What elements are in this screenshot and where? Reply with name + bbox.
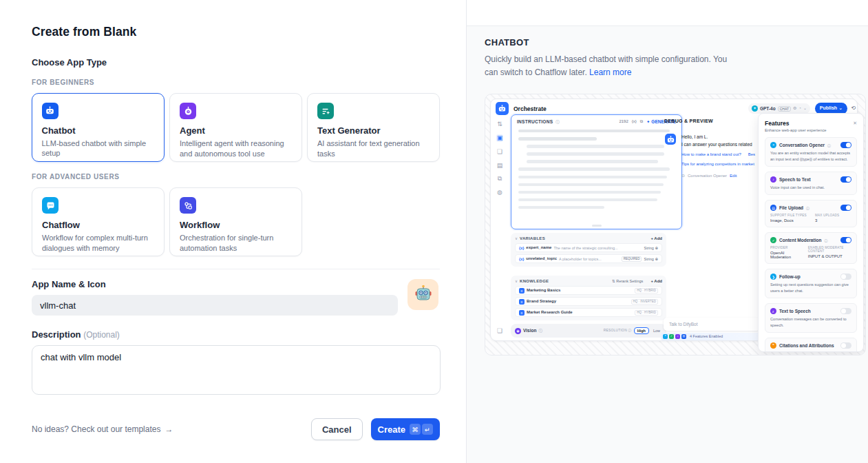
app-type-card-text-generator[interactable]: Text Generator AI assistant for text gen… bbox=[307, 93, 440, 162]
required-badge: REQUIRED bbox=[622, 256, 642, 261]
agent-icon bbox=[180, 103, 196, 119]
app-type-card-workflow[interactable]: Workflow Orchestration for single-turn a… bbox=[169, 187, 302, 256]
card-desc: LLM-based chatbot with simple setup bbox=[42, 138, 155, 159]
text-generator-icon bbox=[317, 103, 334, 119]
variable-row: {x} expert_name The name of the strategi… bbox=[515, 243, 662, 252]
variable-icon: {x} bbox=[632, 119, 637, 124]
vision-icon: ◉ bbox=[515, 328, 521, 334]
dataset-icon: ≡ bbox=[519, 310, 525, 316]
create-form-panel: Create from Blank Choose App Type FOR BE… bbox=[0, 0, 467, 463]
card-title: Chatflow bbox=[42, 220, 154, 230]
app-icon-picker[interactable] bbox=[407, 279, 438, 310]
chevron-down-icon: ⌄ bbox=[803, 106, 807, 111]
conversation-opener-icon: ❝ bbox=[770, 142, 776, 148]
preview-knowledge-section: ∨ KNOWLEDGE ⇅ Rerank Settings + Add ≡ Ma… bbox=[511, 276, 666, 320]
info-title: CHATBOT bbox=[485, 37, 850, 48]
app-name-label: App Name & Icon bbox=[32, 279, 440, 289]
toggle bbox=[840, 205, 851, 211]
knowledge-row: ≡ Market Research Guide HQ · HYBRID bbox=[515, 308, 662, 317]
create-button[interactable]: Create ⌘ ↵ bbox=[371, 418, 440, 440]
templates-link[interactable]: No ideas? Check out our templates → bbox=[32, 424, 173, 434]
toggle bbox=[840, 308, 851, 314]
app-type-card-chatflow[interactable]: Chatflow Workflow for complex multi-turn… bbox=[32, 187, 165, 256]
model-provider-icon: ✦ bbox=[752, 105, 758, 112]
sidebar-doc-icon: ⧉ bbox=[498, 175, 502, 183]
cancel-button[interactable]: Cancel bbox=[311, 418, 363, 440]
chatflow-icon bbox=[42, 197, 59, 214]
card-desc: Orchestration for single-turn automation… bbox=[180, 233, 292, 254]
preview-orchestrate-title: Orchestrate bbox=[514, 105, 547, 112]
rerank-icon: ⇅ bbox=[497, 121, 502, 128]
instructions-skeleton bbox=[511, 127, 681, 216]
feature-card-content-moderation: ✓Content Moderationⓘ PROVIDEROpenAI Mode… bbox=[765, 232, 857, 264]
choose-app-type-label: Choose App Type bbox=[32, 57, 440, 68]
section-divider bbox=[32, 269, 440, 269]
bot-avatar bbox=[665, 134, 676, 145]
info-preview-panel: CHATBOT Quickly build an LLM-based chatb… bbox=[467, 0, 868, 463]
knowledge-row: ≡ Marketing Basics HQ · HYBRID bbox=[515, 286, 662, 295]
card-title: Agent bbox=[180, 125, 292, 136]
learn-more-link[interactable]: Learn more bbox=[589, 68, 631, 77]
top-strip bbox=[467, 0, 868, 26]
info-description: Quickly build an LLM-based chatbot with … bbox=[485, 53, 731, 79]
cmd-key-icon: ⌘ bbox=[410, 424, 421, 435]
preview-variables-section: ∨ VARIABLES + Add {x} expert_name The na… bbox=[511, 233, 666, 267]
toggle bbox=[840, 142, 851, 148]
preview-app-icon bbox=[496, 102, 509, 115]
mic-mini-icon: ♪ bbox=[675, 334, 680, 339]
page-title: Create from Blank bbox=[32, 25, 440, 39]
toggle bbox=[840, 237, 851, 243]
resize-handle bbox=[592, 225, 602, 227]
preview-model-selector: ✦ GPT-4o CHAT ⚙ ◔ ⌄ bbox=[748, 103, 810, 114]
suggestion-link: How to make a brand stand out?Bes bbox=[681, 152, 762, 157]
debug-preview-title: DEBUG & PREVIEW bbox=[664, 119, 713, 124]
arrow-right-icon: → bbox=[165, 424, 173, 434]
app-type-card-chatbot[interactable]: Chatbot LLM-based chatbot with simple se… bbox=[32, 93, 165, 162]
folder-icon: ▤ bbox=[770, 205, 776, 211]
rerank-settings: ⇅ Rerank Settings bbox=[612, 279, 643, 284]
app-type-card-agent[interactable]: Agent Intelligent agent with reasoning a… bbox=[169, 93, 302, 162]
variable-row: {x} unrelated_topic A placeholder for to… bbox=[515, 254, 662, 263]
dataset-icon: ≡ bbox=[519, 288, 525, 294]
resolution-high-chip: High bbox=[634, 327, 649, 335]
description-textarea[interactable]: chat with vllm model bbox=[32, 345, 441, 395]
feature-card-citations: ❞Citations and Attributions Show source … bbox=[765, 338, 857, 352]
feature-card-conversation-opener: ❝Conversation Openerⓘ You are an entity … bbox=[765, 137, 857, 167]
feature-card-text-to-speech: ♬Text to Speech Conversation messages ca… bbox=[765, 303, 857, 333]
group-label-beginners: FOR BEGINNERS bbox=[32, 79, 440, 86]
toggle bbox=[840, 176, 851, 183]
app-name-section: App Name & Icon bbox=[32, 279, 440, 316]
speaker-icon: ♬ bbox=[770, 308, 776, 314]
feature-card-follow-up: ❯Follow-up Setting up next questions sug… bbox=[765, 269, 857, 298]
model-settings-icon: ◔ bbox=[798, 106, 801, 111]
suggestion-link: Tips for analyzing competitors in market bbox=[681, 162, 762, 167]
sidebar-bottom-icon: ❏ bbox=[497, 327, 502, 335]
description-section: Description (Optional) chat with vllm mo… bbox=[32, 329, 440, 398]
knowledge-row: ≡ Brand Strategy HQ · INVERTED bbox=[515, 297, 662, 306]
beginner-cards: Chatbot LLM-based chatbot with simple se… bbox=[32, 93, 440, 162]
enter-key-icon: ↵ bbox=[422, 424, 433, 435]
add-variable-button: + Add bbox=[650, 236, 662, 241]
app-name-input[interactable] bbox=[32, 295, 398, 316]
description-label: Description (Optional) bbox=[32, 329, 440, 340]
history-icon: ⟲ bbox=[851, 105, 856, 112]
sidebar-globe-icon: ◍ bbox=[497, 189, 502, 196]
card-title: Workflow bbox=[180, 220, 292, 230]
resolution-low-chip: Low bbox=[651, 328, 662, 334]
app-type-info: CHATBOT Quickly build an LLM-based chatb… bbox=[467, 26, 868, 79]
group-label-advanced: FOR ADVANCED USERS bbox=[32, 173, 440, 181]
opener-mini-icon: ❝ bbox=[663, 334, 668, 339]
optional-hint: (Optional) bbox=[83, 330, 120, 340]
workflow-icon bbox=[180, 197, 196, 214]
model-temp-icon: ⚙ bbox=[793, 106, 796, 111]
preview-vision-row: ◉ Vision ⓘ RESOLUTION ⓘ High Low bbox=[511, 324, 666, 338]
sidebar-list-icon: ▤ bbox=[497, 162, 503, 169]
moderation-mini-icon: ✓ bbox=[669, 334, 674, 339]
edit-link: Edit bbox=[730, 174, 737, 178]
microphone-icon: ♪ bbox=[770, 176, 776, 183]
copy-icon: ⧉ bbox=[640, 119, 643, 124]
shield-icon: ✓ bbox=[770, 237, 776, 243]
preview-image: Orchestrate ✦ GPT-4o CHAT ⚙ ◔ ⌄ ⇅ Publis… bbox=[485, 94, 866, 356]
feature-card-file-upload: ▤File Uploadⓘ SUPPORT FILE TYPESImage, D… bbox=[765, 200, 857, 227]
preview-features-panel: Features ✕ Enhance web-app user experien… bbox=[758, 113, 864, 352]
